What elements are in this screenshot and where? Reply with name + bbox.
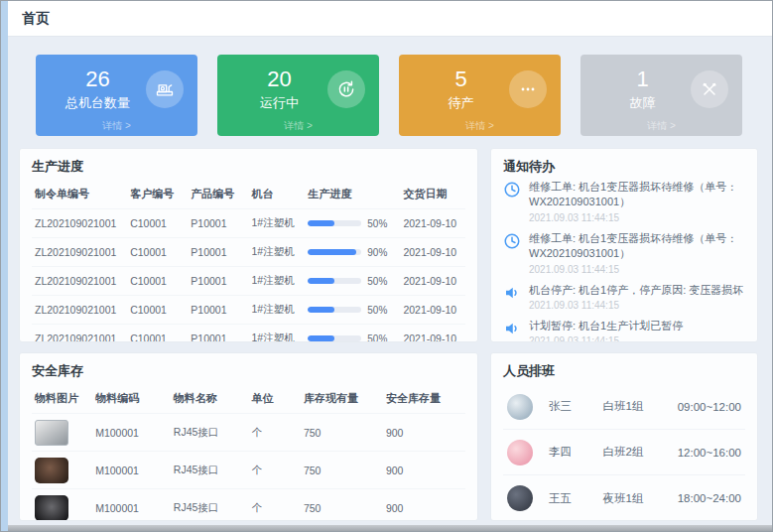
column-header: 安全库存量 — [383, 384, 465, 414]
notification-item[interactable]: 维修工单: 机台1变压器损坏待维修（单号：WX202109031001） 202… — [503, 180, 745, 223]
dashboard-window: 首页 26 总机台数量 详情 > — [0, 0, 773, 532]
person-shift: 夜班1组 — [603, 491, 678, 506]
running-value: 20 — [231, 66, 327, 91]
notification-text: 维修工单: 机台1变压器损坏待维修（单号：WX202109031001） — [529, 231, 745, 262]
table-row: ZL202109021001 C10001 P10001 1#注塑机 90% 2… — [32, 238, 465, 267]
progress-bar: 50% — [308, 276, 397, 287]
person-name: 王五 — [549, 491, 603, 506]
notification-item[interactable]: 机台停产: 机台1停产，停产原因: 变压器损坏 2021.09.03 11:44… — [503, 283, 745, 311]
stat-card-fault[interactable]: 1 故障 详情 > — [580, 55, 742, 136]
notification-text: 维修工单: 机台1变压器损坏待维修（单号：WX202109031001） — [529, 180, 745, 210]
table-row: ZL202109021001 C10001 P10001 1#注塑机 50% 2… — [32, 209, 465, 238]
inventory-table-header: 物料图片 物料编码 物料名称 单位 库存现有量 安全库存量 — [32, 384, 465, 414]
total-machines-value: 26 — [50, 66, 146, 91]
panel-safety-stock: 安全库存 物料图片 物料编码 物料名称 单位 库存现有量 安全库存量 — [19, 352, 478, 521]
page-title: 首页 — [22, 10, 50, 28]
speaker-icon — [503, 320, 521, 337]
notification-text: 计划暂停: 机台1生产计划已暂停 — [529, 319, 683, 333]
inventory-panel-title: 安全库存 — [32, 362, 465, 380]
waiting-detail-link[interactable]: 详情 > — [399, 119, 561, 133]
notification-item[interactable]: 维修工单: 机台1变压器损坏待维修（单号：WX202109031001） 202… — [503, 231, 745, 275]
clock-icon — [503, 181, 521, 199]
column-header: 客户编号 — [127, 180, 188, 209]
total-machines-detail-link[interactable]: 详情 > — [36, 119, 197, 133]
production-panel-title: 生产进度 — [32, 158, 465, 176]
person-time: 12:00~16:00 — [678, 447, 741, 459]
progress-bar: 90% — [308, 247, 397, 258]
notification-time: 2021.09.03 11:44:15 — [529, 212, 745, 223]
table-row: ZL202109021001 C10001 P10001 1#注塑机 50% 2… — [32, 325, 465, 343]
fault-tools-icon — [691, 70, 728, 108]
production-table: 制令单编号 客户编号 产品编号 机台 生产进度 交货日期 ZL202109021… — [32, 180, 465, 342]
waiting-value: 5 — [413, 66, 509, 91]
column-header: 生产进度 — [305, 180, 400, 209]
column-header: 产品编号 — [188, 180, 248, 209]
person-shift: 白班1组 — [603, 399, 678, 414]
table-row: M100001 RJ45接口 个 750 900 — [32, 489, 465, 522]
total-machines-label: 总机台数量 — [50, 94, 146, 112]
column-header: 物料编码 — [92, 384, 171, 414]
notification-item[interactable]: 计划暂停: 机台1生产计划已暂停 2021.09.03 11:44:15 — [503, 319, 745, 342]
person-shift: 白班2组 — [603, 445, 678, 460]
material-image — [35, 458, 68, 483]
window-bottom-edge — [8, 525, 772, 531]
column-header: 物料图片 — [32, 384, 92, 414]
fault-label: 故障 — [594, 94, 691, 112]
notification-time: 2021.09.03 11:44:15 — [529, 300, 743, 311]
panel-notifications: 通知待办 维修工单: 机台1变压器损坏待维修（单号：WX202109031001… — [490, 148, 758, 342]
avatar — [507, 394, 533, 420]
panel-production-progress: 生产进度 制令单编号 客户编号 产品编号 机台 生产进度 交货日期 — [19, 148, 478, 342]
production-table-header: 制令单编号 客户编号 产品编号 机台 生产进度 交货日期 — [32, 180, 465, 209]
notifications-panel-title: 通知待办 — [503, 158, 745, 176]
material-image — [35, 495, 68, 521]
column-header: 制令单编号 — [32, 180, 127, 209]
column-header: 库存现有量 — [301, 384, 383, 414]
list-item: 王五 夜班1组 18:00~24:00 — [503, 475, 745, 521]
table-row: ZL202109021001 C10001 P10001 1#注塑机 50% 2… — [32, 296, 465, 325]
left-edge-stripe — [1, 1, 8, 531]
person-name: 李四 — [549, 445, 603, 460]
notification-time: 2021.09.03 11:44:15 — [529, 335, 683, 342]
progress-bar: 50% — [308, 305, 397, 316]
column-header: 物料名称 — [171, 384, 249, 414]
notification-time: 2021.09.03 11:44:15 — [529, 264, 745, 275]
progress-bar: 50% — [308, 333, 397, 343]
column-header: 机台 — [248, 180, 305, 209]
stat-card-running[interactable]: 20 运行中 详情 > — [217, 55, 379, 136]
panel-personnel-schedule: 人员排班 张三 白班1组 09:00~12:00 李四 白班2组 12:00~1… — [490, 352, 758, 521]
running-icon — [327, 70, 365, 108]
notification-text: 机台停产: 机台1停产，停产原因: 变压器损坏 — [529, 283, 743, 298]
progress-bar: 50% — [308, 218, 397, 229]
stat-card-waiting[interactable]: 5 待产 详情 > — [399, 55, 561, 136]
inventory-table: 物料图片 物料编码 物料名称 单位 库存现有量 安全库存量 M100001 R — [32, 384, 465, 521]
running-detail-link[interactable]: 详情 > — [217, 119, 379, 133]
more-dots-icon — [509, 70, 547, 108]
material-image — [35, 420, 68, 446]
fault-value: 1 — [594, 66, 691, 91]
waiting-label: 待产 — [413, 94, 509, 112]
machine-icon — [146, 70, 184, 108]
table-row: M100001 RJ45接口 个 750 900 — [32, 414, 465, 452]
schedule-panel-title: 人员排班 — [503, 362, 745, 380]
running-label: 运行中 — [231, 94, 327, 112]
person-time: 09:00~12:00 — [678, 401, 741, 413]
stat-cards: 26 总机台数量 详情 > 20 运行中 — [36, 55, 742, 136]
person-time: 18:00~24:00 — [678, 492, 741, 504]
table-row: M100001 RJ45接口 个 750 900 — [32, 452, 465, 489]
person-name: 张三 — [549, 399, 603, 414]
clock-icon — [503, 232, 521, 250]
avatar — [507, 485, 533, 511]
page-header: 首页 — [8, 1, 772, 37]
table-row: ZL202109021001 C10001 P10001 1#注塑机 50% 2… — [32, 267, 465, 296]
column-header: 交货日期 — [400, 180, 465, 209]
list-item: 李四 白班2组 12:00~16:00 — [503, 430, 745, 475]
stat-card-total-machines[interactable]: 26 总机台数量 详情 > — [36, 55, 197, 136]
speaker-icon — [503, 284, 521, 302]
list-item: 张三 白班1组 09:00~12:00 — [503, 384, 745, 430]
column-header: 单位 — [248, 384, 300, 414]
fault-detail-link[interactable]: 详情 > — [580, 119, 742, 133]
avatar — [507, 440, 533, 466]
